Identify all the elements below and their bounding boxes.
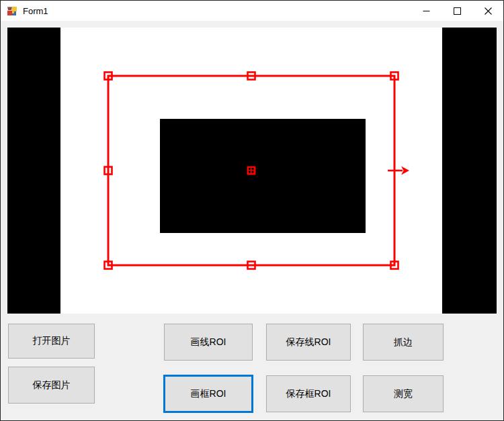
save-image-button[interactable]: 保存图片: [8, 367, 95, 404]
minimize-icon: [423, 7, 430, 15]
image-canvas[interactable]: [7, 28, 497, 314]
close-icon: [485, 7, 492, 15]
left-black-bar: [7, 28, 60, 314]
maximize-icon: [454, 7, 461, 15]
minimize-button[interactable]: [411, 1, 442, 21]
right-black-bar: [442, 28, 497, 314]
center-black-rectangle: [160, 119, 366, 233]
image-canvas-svg: [7, 28, 497, 314]
grab-edge-button[interactable]: 抓边: [363, 324, 444, 361]
maximize-button[interactable]: [442, 1, 472, 21]
measure-width-button[interactable]: 测宽: [363, 375, 444, 412]
titlebar: Form1: [1, 1, 503, 21]
roi-center-marker[interactable]: [247, 167, 256, 175]
draw-box-roi-button[interactable]: 画框ROI: [163, 375, 253, 413]
window-controls: [411, 1, 503, 21]
save-box-roi-button[interactable]: 保存框ROI: [266, 375, 351, 412]
save-line-roi-button[interactable]: 保存线ROI: [266, 324, 351, 361]
form-icon: [7, 5, 17, 16]
draw-line-roi-button[interactable]: 画线ROI: [164, 324, 253, 361]
window-title: Form1: [23, 6, 411, 16]
form-window: Form1: [0, 0, 504, 421]
open-image-button[interactable]: 打开图片: [8, 324, 95, 359]
close-button[interactable]: [472, 1, 503, 21]
